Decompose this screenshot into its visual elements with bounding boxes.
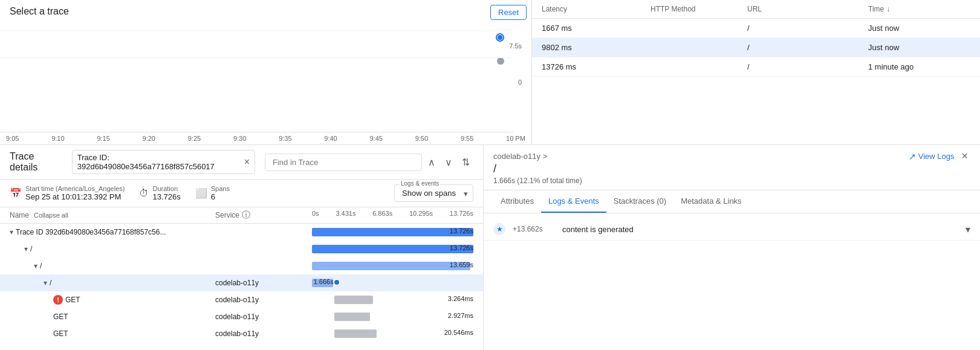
time-label-8: 9:45 bbox=[370, 135, 383, 142]
col-latency[interactable]: Latency bbox=[542, 5, 651, 13]
span-row[interactable]: GET codelab-o11y 20.546ms bbox=[0, 325, 483, 342]
col-method[interactable]: HTTP Method bbox=[651, 5, 747, 13]
find-in-trace-input[interactable] bbox=[265, 154, 422, 171]
table-row[interactable]: 13726 ms / 1 minute ago bbox=[532, 57, 980, 77]
spans-label: Spans bbox=[211, 185, 230, 192]
tl-3: 10.295s bbox=[409, 210, 433, 221]
y-label-0: 0 bbox=[518, 79, 522, 86]
span-name-label: / bbox=[40, 262, 42, 270]
log-expand-icon[interactable]: ▾ bbox=[965, 224, 970, 235]
tab-logs-events[interactable]: Logs & Events bbox=[541, 190, 606, 213]
time-label-10: 9:55 bbox=[461, 135, 473, 142]
spans-icon: ⬜ bbox=[195, 187, 207, 199]
span-name-label: / bbox=[30, 245, 32, 253]
start-time-value: Sep 25 at 10:01:23.392 PM bbox=[25, 192, 125, 201]
tl-0: 0s bbox=[312, 210, 319, 221]
time-label-0: 9:05 bbox=[6, 135, 19, 142]
span-bar bbox=[334, 313, 370, 321]
chevron-down-icon: ▾ bbox=[10, 228, 13, 236]
time-label-3: 9:20 bbox=[143, 135, 155, 142]
log-star-icon: ★ bbox=[493, 223, 505, 235]
logs-events-group[interactable]: Logs & events Show on spans Hide Show as… bbox=[394, 184, 473, 202]
duration-value: 13.726s bbox=[152, 192, 180, 201]
tab-metadata-links[interactable]: Metadata & Links bbox=[673, 190, 748, 213]
tab-stacktraces[interactable]: Stacktraces (0) bbox=[606, 190, 673, 213]
tl-2: 6.863s bbox=[372, 210, 392, 221]
table-row[interactable]: 1667 ms / Just now bbox=[532, 19, 980, 38]
tab-attributes[interactable]: Attributes bbox=[493, 190, 541, 213]
logs-events-label: Logs & events bbox=[400, 180, 440, 187]
span-row[interactable]: ▾ / 13.726s bbox=[0, 241, 483, 258]
detail-subtitle: 1.666s (12.1% of total time) bbox=[493, 177, 970, 185]
service-help-icon: ⓘ bbox=[242, 210, 250, 221]
chevron-down-icon: ▾ bbox=[24, 245, 28, 253]
time-label-1: 9:10 bbox=[51, 135, 64, 142]
find-prev-button[interactable]: ∧ bbox=[424, 154, 439, 170]
row1-time: Just now bbox=[868, 24, 959, 33]
row2-latency: 9802 ms bbox=[542, 43, 651, 52]
span-service: codelab-o11y bbox=[215, 329, 312, 338]
span-duration: 20.546ms bbox=[444, 329, 473, 336]
time-label-5: 9:30 bbox=[233, 135, 246, 142]
span-duration: 3.264ms bbox=[448, 295, 473, 302]
log-entry[interactable]: ★ +13.662s content is generated ▾ bbox=[484, 218, 980, 241]
scatter-dot-selected[interactable] bbox=[496, 33, 504, 42]
logs-events-select[interactable]: Show on spans Hide Show as table bbox=[400, 186, 468, 200]
row1-url: / bbox=[747, 24, 868, 33]
span-row[interactable]: ! GET codelab-o11y 3.264ms bbox=[0, 291, 483, 308]
spans-tree: ▾ Trace ID 392d6b49080e3456a77168f857c56… bbox=[0, 224, 483, 350]
detail-content: ★ +13.662s content is generated ▾ bbox=[484, 213, 980, 350]
span-row[interactable]: ▾ / 13.659s bbox=[0, 258, 483, 274]
span-name-label: Trace ID 392d6b49080e3456a77168f857c56..… bbox=[16, 228, 166, 236]
span-service: codelab-o11y bbox=[215, 296, 312, 304]
spans-value: 6 bbox=[211, 192, 230, 201]
log-time: +13.662s bbox=[513, 225, 555, 233]
span-duration: 13.659s bbox=[450, 261, 473, 268]
span-row[interactable]: GET codelab-o11y 2.927ms bbox=[0, 308, 483, 325]
duration-label: Duration bbox=[152, 185, 180, 192]
trace-id-close-icon[interactable]: × bbox=[244, 157, 250, 167]
tl-4: 13.726s bbox=[450, 210, 473, 221]
span-row-active[interactable]: ▾ / codelab-o11y 1.666s bbox=[0, 274, 483, 291]
trace-id-field[interactable]: Trace ID: 392d6b49080e3456a77168f857c560… bbox=[72, 150, 255, 174]
calendar-icon: 📅 bbox=[10, 187, 22, 199]
trace-meta: 📅 Start time (America/Los_Angeles) Sep 2… bbox=[0, 180, 483, 207]
row3-time: 1 minute ago bbox=[868, 62, 959, 71]
view-logs-button[interactable]: ↗ View Logs bbox=[909, 152, 955, 161]
find-expand-button[interactable]: ⇅ bbox=[458, 154, 473, 170]
close-detail-button[interactable]: × bbox=[959, 150, 970, 163]
span-bar bbox=[334, 329, 376, 338]
duration-item: ⏱ Duration 13.726s bbox=[139, 185, 180, 201]
service-column-header: Service ⓘ bbox=[215, 210, 312, 221]
col-url[interactable]: URL bbox=[747, 5, 868, 13]
span-service: codelab-o11y bbox=[215, 313, 312, 321]
time-label-11: 10 PM bbox=[506, 135, 525, 142]
time-label-4: 9:25 bbox=[188, 135, 201, 142]
y-label-7-5s: 7.5s bbox=[509, 42, 522, 50]
span-row[interactable]: ▾ Trace ID 392d6b49080e3456a77168f857c56… bbox=[0, 224, 483, 241]
time-axis: 9:05 9:10 9:15 9:20 9:25 9:30 9:35 9:40 … bbox=[0, 135, 531, 142]
col-time[interactable]: Time ↓ bbox=[868, 5, 959, 13]
error-icon: ! bbox=[53, 295, 63, 305]
row1-latency: 1667 ms bbox=[542, 24, 651, 33]
trace-details-title: Trace details bbox=[10, 151, 62, 173]
span-endpoint-dot bbox=[333, 279, 340, 286]
start-time-item: 📅 Start time (America/Los_Angeles) Sep 2… bbox=[10, 185, 125, 201]
chevron-down-icon: ▾ bbox=[44, 279, 47, 287]
span-bar-container: 1.666s bbox=[312, 278, 473, 288]
row2-url: / bbox=[747, 43, 868, 52]
table-header: Latency HTTP Method URL Time ↓ bbox=[532, 0, 980, 19]
collapse-all-button[interactable]: Collapse all bbox=[33, 212, 70, 219]
find-next-button[interactable]: ∨ bbox=[441, 154, 456, 170]
span-bar-container: 2.927ms bbox=[312, 312, 473, 322]
spans-column-headers: Name Collapse all Service ⓘ 0s 3.431s 6.… bbox=[0, 207, 483, 224]
span-name-label: / bbox=[50, 279, 51, 287]
detail-panel: codelab-o11y > ↗ View Logs × / 1.666s (1… bbox=[484, 145, 980, 350]
span-bar-container: 3.264ms bbox=[312, 295, 473, 305]
scatter-dot-2[interactable] bbox=[497, 57, 504, 65]
tl-1: 3.431s bbox=[336, 210, 355, 221]
span-service: codelab-o11y bbox=[215, 279, 312, 287]
reset-button[interactable]: Reset bbox=[490, 5, 527, 20]
log-message: content is generated bbox=[562, 225, 958, 234]
table-row[interactable]: 9802 ms / Just now bbox=[532, 38, 980, 57]
